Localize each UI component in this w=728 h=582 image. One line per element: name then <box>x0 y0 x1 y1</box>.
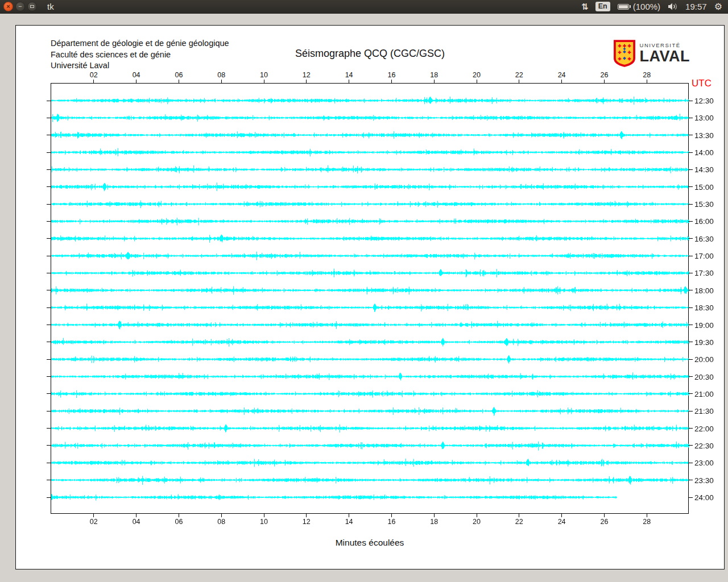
utc-time-label: 20:00 <box>694 355 714 364</box>
minute-tick <box>391 513 392 517</box>
utc-time-label: 15:30 <box>694 200 714 209</box>
minute-tick <box>561 80 562 84</box>
system-panel: × − tk ⇅ En (100%) 19:57 ⚙ <box>0 0 728 14</box>
minute-tick <box>136 80 136 84</box>
row-tick-right <box>688 290 693 290</box>
row-tick-left <box>47 273 51 273</box>
minute-tick-label: 02 <box>90 71 98 79</box>
utc-time-label: 22:00 <box>694 424 714 433</box>
minimize-button[interactable]: − <box>15 2 25 11</box>
utc-time-label: 16:30 <box>694 234 714 243</box>
minute-tick <box>221 513 222 517</box>
minute-tick-label: 06 <box>175 518 183 526</box>
utc-time-label: 23:00 <box>694 459 714 467</box>
logo-laval-text: LAVAL <box>640 49 690 64</box>
row-tick-left <box>47 118 51 118</box>
minute-tick <box>604 80 605 84</box>
laval-shield-icon <box>614 40 635 67</box>
row-tick-right <box>688 497 693 498</box>
maximize-icon <box>30 5 34 8</box>
network-arrows-icon[interactable]: ⇅ <box>581 2 588 12</box>
row-tick-left <box>47 411 51 411</box>
row-tick-left <box>47 152 51 153</box>
window-title: tk <box>47 2 54 11</box>
utc-time-label: 21:00 <box>694 389 714 398</box>
row-tick-left <box>47 290 51 290</box>
utc-time-label: 14:00 <box>694 148 714 157</box>
row-tick-right <box>688 376 693 377</box>
row-tick-left <box>47 359 51 360</box>
battery-indicator[interactable]: (100%) <box>618 2 660 11</box>
minute-tick-label: 04 <box>133 518 140 526</box>
row-tick-left <box>47 428 51 429</box>
speaker-icon <box>668 2 678 11</box>
row-tick-right <box>688 273 693 273</box>
maximize-button[interactable] <box>27 2 37 11</box>
row-tick-left <box>47 238 51 239</box>
row-tick-right <box>688 186 693 187</box>
minute-tick <box>179 80 179 84</box>
row-tick-right <box>688 169 693 170</box>
minute-tick-label: 14 <box>345 71 353 79</box>
minute-tick-label: 08 <box>217 518 225 526</box>
volume-indicator[interactable] <box>668 2 678 11</box>
minute-tick <box>434 513 435 517</box>
minute-tick <box>221 80 222 84</box>
row-tick-right <box>688 118 693 118</box>
minute-tick <box>349 513 349 517</box>
row-tick-left <box>47 480 51 480</box>
utc-time-label: 21:30 <box>694 407 714 415</box>
utc-time-label: 17:00 <box>694 252 714 260</box>
row-tick-right <box>688 221 693 222</box>
utc-time-label: 13:00 <box>694 114 714 122</box>
row-tick-right <box>688 204 693 205</box>
row-tick-left <box>47 445 51 446</box>
utc-time-label: 20:30 <box>694 372 714 381</box>
minute-tick-label: 10 <box>260 71 268 79</box>
minute-tick <box>93 513 94 517</box>
minute-tick <box>434 80 435 84</box>
minute-tick-label: 24 <box>558 518 566 526</box>
minute-tick <box>604 513 605 517</box>
utc-time-label: 18:30 <box>694 304 714 312</box>
session-gear-icon[interactable]: ⚙ <box>714 1 722 12</box>
utc-time-label: 19:00 <box>694 321 714 329</box>
utc-time-label: 18:00 <box>694 286 714 294</box>
minute-tick <box>264 80 264 84</box>
minute-tick <box>519 80 519 84</box>
utc-time-label: 23:30 <box>694 476 714 484</box>
indicator-tray: ⇅ En (100%) 19:57 ⚙ <box>581 1 728 12</box>
minute-tick-label: 18 <box>430 71 438 79</box>
x-axis-title: Minutes écoulées <box>51 538 689 548</box>
row-tick-left <box>47 463 51 463</box>
row-tick-right <box>688 445 693 446</box>
row-tick-left <box>47 393 51 394</box>
logo-universite-text: UNIVERSITÉ <box>640 43 690 48</box>
minute-tick-label: 02 <box>90 518 98 526</box>
minute-tick-label: 12 <box>303 71 311 79</box>
utc-time-label: 17:30 <box>694 269 714 277</box>
utc-time-label: 14:30 <box>694 165 714 174</box>
row-tick-right <box>688 152 693 153</box>
minute-tick-label: 28 <box>643 71 651 79</box>
logo-wordmark: UNIVERSITÉ LAVAL <box>640 43 690 65</box>
minute-tick-label: 22 <box>515 518 523 526</box>
row-tick-left <box>47 376 51 377</box>
row-tick-right <box>688 307 693 308</box>
close-button[interactable]: × <box>3 2 13 11</box>
keyboard-layout-indicator[interactable]: En <box>595 2 610 11</box>
utc-time-label: 19:30 <box>694 338 714 346</box>
utc-time-label: 15:00 <box>694 182 714 191</box>
utc-time-label: 13:30 <box>694 131 714 139</box>
utc-time-label: 12:30 <box>694 97 714 105</box>
minute-tick <box>647 80 647 84</box>
minute-tick <box>391 80 392 84</box>
row-tick-right <box>688 359 693 360</box>
row-tick-right <box>688 411 693 411</box>
window-controls: × − <box>3 2 37 11</box>
minute-tick-label: 24 <box>558 71 566 79</box>
clock-label[interactable]: 19:57 <box>685 2 707 11</box>
minute-tick-label: 06 <box>175 71 183 79</box>
row-tick-right <box>688 393 693 394</box>
row-tick-right <box>688 101 693 101</box>
